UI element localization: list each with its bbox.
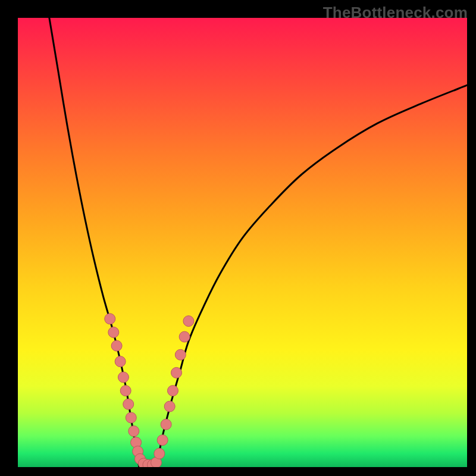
- plot-area: [18, 18, 467, 467]
- chart-svg: [18, 18, 467, 467]
- data-marker: [171, 367, 182, 378]
- data-marker: [126, 412, 136, 423]
- data-marker: [183, 316, 194, 327]
- data-marker: [108, 327, 119, 338]
- curve-group: [49, 18, 467, 467]
- data-marker: [118, 372, 129, 383]
- data-marker: [115, 356, 126, 367]
- data-marker: [120, 386, 131, 396]
- series-curve-right: [157, 85, 467, 467]
- data-marker: [164, 401, 175, 412]
- data-marker: [179, 331, 190, 342]
- data-marker: [105, 314, 115, 324]
- data-marker: [111, 340, 122, 351]
- data-marker: [161, 419, 171, 430]
- data-marker: [175, 349, 186, 360]
- data-marker: [129, 426, 139, 437]
- marker-group: [105, 314, 194, 467]
- data-marker: [154, 448, 165, 459]
- chart-frame: TheBottleneck.com: [0, 0, 476, 476]
- data-marker: [167, 386, 178, 396]
- data-marker: [157, 435, 168, 446]
- data-marker: [123, 399, 134, 409]
